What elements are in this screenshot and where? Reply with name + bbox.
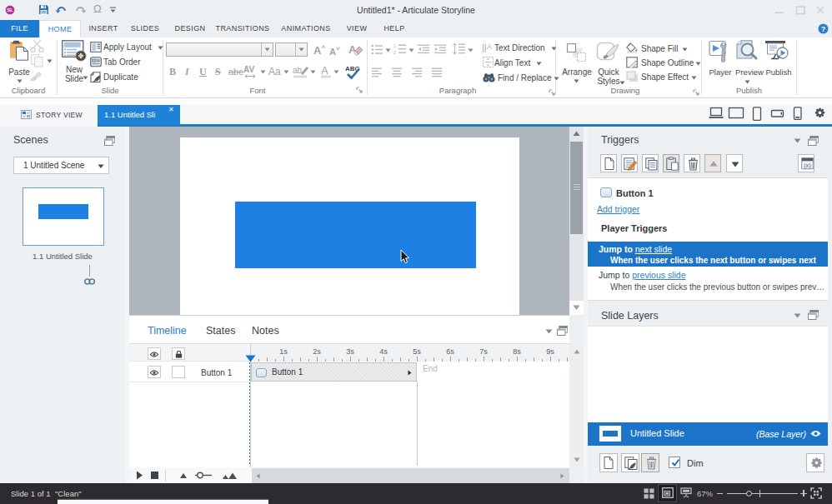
- svg-text:(x): (x): [804, 162, 811, 169]
- svg-text:?: ?: [821, 25, 825, 33]
- svg-text:A: A: [322, 65, 328, 77]
- svg-text:1: 1: [393, 43, 396, 48]
- svg-text:A: A: [487, 42, 492, 51]
- svg-text:AV: AV: [243, 65, 254, 74]
- svg-text:ab: ab: [293, 66, 303, 75]
- svg-text:2: 2: [393, 50, 396, 55]
